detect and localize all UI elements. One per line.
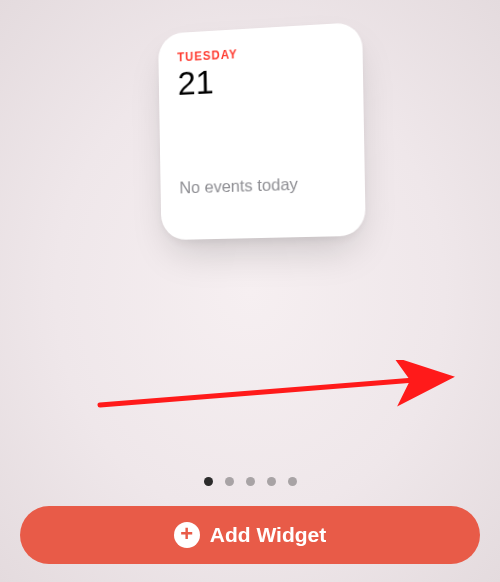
plus-circle-icon: +	[174, 522, 200, 548]
widget-card-track[interactable]: TUESDAY 21 No events today	[0, 20, 500, 280]
calendar-day-number: 21	[177, 58, 343, 102]
page-dot[interactable]	[246, 477, 255, 486]
page-dot[interactable]	[225, 477, 234, 486]
add-widget-button[interactable]: + Add Widget	[20, 506, 480, 564]
widget-chooser-stage: TUESDAY 21 No events today	[0, 0, 500, 582]
calendar-widget-card[interactable]: TUESDAY 21 No events today	[158, 22, 366, 240]
add-widget-label: Add Widget	[210, 523, 326, 547]
page-indicator	[0, 477, 500, 486]
page-dot[interactable]	[288, 477, 297, 486]
page-dot[interactable]	[267, 477, 276, 486]
page-dot[interactable]	[204, 477, 213, 486]
calendar-events-text: No events today	[179, 173, 345, 198]
